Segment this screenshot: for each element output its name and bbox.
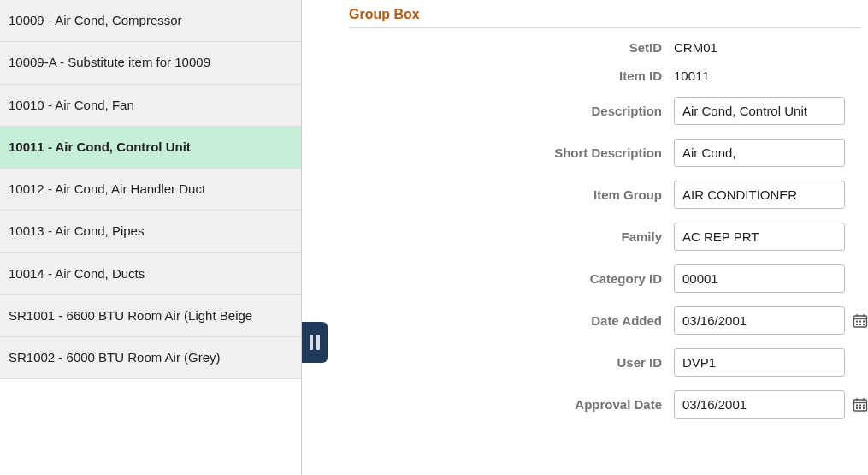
- label-family: Family: [349, 229, 674, 244]
- svg-rect-17: [863, 407, 865, 409]
- list-item[interactable]: 10012 - Air Cond, Air Handler Duct: [0, 169, 301, 211]
- input-short-description[interactable]: [674, 139, 845, 167]
- label-item-group: Item Group: [349, 187, 674, 202]
- svg-rect-14: [863, 404, 865, 406]
- svg-rect-7: [863, 324, 865, 325]
- list-item[interactable]: SR1002 - 6000 BTU Room Air (Grey): [0, 337, 301, 379]
- input-category-id[interactable]: [674, 264, 845, 293]
- value-setid: CRM01: [674, 40, 717, 55]
- approval-date-wrapper: [674, 390, 845, 419]
- svg-rect-6: [859, 324, 861, 325]
- input-approval-date[interactable]: [675, 391, 853, 418]
- list-item[interactable]: 10010 - Air Cond, Fan: [0, 85, 301, 127]
- input-date-added[interactable]: [675, 307, 853, 334]
- label-itemid: Item ID: [349, 68, 674, 83]
- svg-rect-12: [856, 404, 858, 406]
- calendar-icon[interactable]: [853, 395, 868, 414]
- svg-rect-3: [859, 320, 861, 322]
- list-item[interactable]: 10009-A - Substitute item for 10009: [0, 42, 301, 84]
- label-approval-date: Approval Date: [349, 397, 674, 412]
- input-family[interactable]: [674, 223, 845, 251]
- collapse-handle[interactable]: [302, 322, 328, 363]
- label-category-id: Category ID: [349, 271, 674, 286]
- input-description[interactable]: [674, 97, 845, 125]
- input-user-id[interactable]: [674, 348, 845, 377]
- date-added-wrapper: [674, 306, 845, 335]
- list-item[interactable]: SR1001 - 6600 BTU Room Air (Light Beige: [0, 295, 301, 337]
- label-description: Description: [349, 104, 674, 118]
- list-item[interactable]: 10011 - Air Cond, Control Unit: [0, 127, 301, 169]
- calendar-icon[interactable]: [853, 312, 868, 330]
- svg-rect-2: [856, 320, 858, 322]
- main-panel: Group Box SetID CRM01 Item ID 10011 Desc…: [302, 0, 868, 475]
- input-item-group[interactable]: [674, 181, 845, 209]
- svg-rect-13: [859, 404, 861, 406]
- list-item[interactable]: 10009 - Air Cond, Compressor: [0, 0, 301, 42]
- label-setid: SetID: [349, 40, 674, 55]
- pause-icon: [310, 335, 320, 350]
- svg-rect-16: [859, 407, 861, 409]
- list-item[interactable]: 10014 - Air Cond, Ducts: [0, 253, 301, 295]
- value-itemid: 10011: [674, 68, 710, 83]
- label-user-id: User ID: [349, 355, 674, 370]
- sidebar: 10009 - Air Cond, Compressor10009-A - Su…: [0, 0, 302, 475]
- svg-rect-5: [856, 324, 858, 325]
- label-short-description: Short Description: [349, 145, 674, 160]
- list-item[interactable]: 10013 - Air Cond, Pipes: [0, 211, 301, 252]
- svg-rect-15: [856, 407, 858, 409]
- svg-rect-4: [863, 320, 865, 322]
- label-date-added: Date Added: [349, 313, 674, 328]
- groupbox-title: Group Box: [349, 0, 861, 28]
